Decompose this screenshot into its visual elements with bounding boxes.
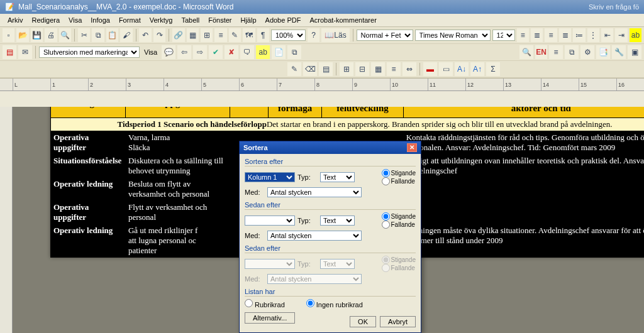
table-cell[interactable] xyxy=(403,201,644,224)
no-header-row-radio[interactable]: Ingen rubrikrad xyxy=(306,299,363,308)
header-row-radio[interactable]: Rubrikrad xyxy=(245,299,285,308)
sort-type-select[interactable]: Text xyxy=(320,172,355,182)
help-icon[interactable]: ? xyxy=(308,28,319,42)
save-icon[interactable]: 💾 xyxy=(31,28,43,42)
font-select[interactable]: Times New Roman xyxy=(415,30,491,41)
dialog-titlebar[interactable]: Sortera ✕ xyxy=(240,141,421,154)
menu-redigera[interactable]: Redigera xyxy=(28,15,64,25)
table-cell[interactable]: Ledningen måste öva dylika situationer. … xyxy=(403,224,644,258)
ask-question-box[interactable]: Skriv en fråga fö xyxy=(589,3,639,11)
cut-icon[interactable]: ✂ xyxy=(78,28,90,42)
list-icon[interactable]: ≡ xyxy=(549,45,563,59)
table-cell[interactable]: Operativ ledning xyxy=(51,224,126,258)
ruler-vertical[interactable] xyxy=(0,107,13,333)
desc-radio[interactable]: Fallande xyxy=(382,177,416,185)
menu-visa[interactable]: Visa xyxy=(65,15,86,25)
asc-radio[interactable]: Stigande xyxy=(382,169,416,177)
reject-icon[interactable]: ✘ xyxy=(225,45,238,59)
sort-asc-icon[interactable]: A↓ xyxy=(455,62,469,76)
drawing-icon[interactable]: ✎ xyxy=(229,28,241,42)
style-select[interactable]: Normal + Fet xyxy=(357,30,413,41)
drawtable-icon[interactable]: ✎ xyxy=(287,62,301,76)
bullet-list-icon[interactable]: ⋮ xyxy=(587,28,599,42)
table-cell[interactable]: Flytt av verksamhet och personal xyxy=(125,201,230,224)
sort-using-select[interactable]: Antal stycken xyxy=(267,187,362,197)
menu-adobe pdf[interactable]: Adobe PDF xyxy=(262,15,305,25)
zoom-select[interactable]: 100% xyxy=(271,30,306,41)
table-icon[interactable]: ▦ xyxy=(187,28,199,42)
excel-icon[interactable]: ⊞ xyxy=(201,28,213,42)
table-cell[interactable]: Operativa uppgifter xyxy=(51,201,126,224)
justify-icon[interactable]: ≣ xyxy=(559,28,571,42)
show-marks-icon[interactable]: ¶ xyxy=(257,28,269,42)
pdf-mail-icon[interactable]: ✉ xyxy=(18,45,32,59)
indent-icon[interactable]: ⇥ xyxy=(615,28,627,42)
autofit-icon[interactable]: ⇔ xyxy=(402,62,416,76)
table-cell[interactable]: Besluta om flytt av verksamhet och perso… xyxy=(125,178,230,201)
copy-icon[interactable]: ⧉ xyxy=(92,28,104,42)
desc-radio-2[interactable]: Fallande xyxy=(382,221,416,229)
then-type-select-1[interactable]: Text xyxy=(320,216,355,226)
search2-icon[interactable]: 🔍 xyxy=(519,45,533,59)
close-icon[interactable]: ✕ xyxy=(407,143,417,152)
table-cell[interactable]: Viktigt att utbildningen ovan innehåller… xyxy=(403,155,644,178)
then-column-select-1[interactable] xyxy=(245,216,295,226)
balloon-icon[interactable]: 💬 xyxy=(162,45,175,59)
highlight-icon[interactable]: ab xyxy=(630,28,641,42)
link-icon[interactable]: 🔗 xyxy=(172,28,184,42)
options-button[interactable]: Alternativ... xyxy=(245,312,295,324)
menu-acrobat-kommentarer[interactable]: Acrobat-kommentarer xyxy=(306,15,380,25)
menu-infoga[interactable]: Infoga xyxy=(87,15,114,25)
table-cell[interactable]: Varna, larmaSläcka xyxy=(125,131,230,155)
menu-tabell[interactable]: Tabell xyxy=(177,15,203,25)
sort-desc-icon[interactable]: A↑ xyxy=(470,62,484,76)
comment-icon[interactable]: 🗨 xyxy=(240,45,254,59)
read-button[interactable]: 📖 Läs xyxy=(321,28,349,42)
reviewing-icon[interactable]: 📄 xyxy=(272,45,286,59)
columns-icon[interactable]: ≡ xyxy=(214,28,226,42)
autosum-icon[interactable]: Σ xyxy=(486,62,500,76)
undo-icon[interactable]: ↶ xyxy=(139,28,151,42)
accept-icon[interactable]: ✔ xyxy=(209,45,223,59)
format-painter-icon[interactable]: 🖌 xyxy=(120,28,132,42)
numbered-list-icon[interactable]: ≔ xyxy=(573,28,585,42)
compare-icon[interactable]: ⧉ xyxy=(287,45,301,59)
cancel-button[interactable]: Avbryt xyxy=(380,316,416,327)
visa-label[interactable]: Visa xyxy=(142,48,160,56)
table-cell[interactable]: Operativa uppgifter xyxy=(51,131,126,155)
tool4-icon[interactable]: ▣ xyxy=(628,45,641,59)
align-left-icon[interactable]: ≡ xyxy=(517,28,529,42)
pdf-icon[interactable]: ▤ xyxy=(3,45,16,59)
table-cell[interactable]: Diskutera och ta ställning till behovet … xyxy=(125,155,230,178)
bordercolor-icon[interactable]: ▭ xyxy=(439,62,453,76)
tracking-select[interactable]: Slutversion med markeringar xyxy=(39,46,140,58)
insertrow-icon[interactable]: ▤ xyxy=(319,62,333,76)
eraser-icon[interactable]: ⌫ xyxy=(303,62,317,76)
sort-column-select[interactable]: Kolumn 1 xyxy=(245,172,295,182)
split-icon[interactable]: ⊟ xyxy=(355,62,369,76)
map-icon[interactable]: 🗺 xyxy=(243,28,255,42)
preview-icon[interactable]: 🔍 xyxy=(59,28,71,42)
table-cell[interactable]: Kontakta räddningstjänsten för råd och t… xyxy=(403,131,644,155)
menu-fönster[interactable]: Fönster xyxy=(204,15,235,25)
ok-button[interactable]: OK xyxy=(350,316,376,327)
tool2-icon[interactable]: 📑 xyxy=(596,45,610,59)
table-cell[interactable]: Gå ut med riktlinjer fatt lugna personal… xyxy=(125,224,230,258)
asc-radio-2[interactable]: Stigande xyxy=(382,212,416,221)
align-right-icon[interactable]: ≡ xyxy=(545,28,557,42)
open-icon[interactable]: 📂 xyxy=(16,28,28,42)
lang-button[interactable]: EN xyxy=(535,45,547,59)
next-change-icon[interactable]: ⇨ xyxy=(193,45,207,59)
distribute-icon[interactable]: ≡ xyxy=(387,62,401,76)
menu-verktyg[interactable]: Verktyg xyxy=(146,15,177,25)
table-cell[interactable]: Situationsförståelse xyxy=(51,155,126,178)
fillcolor-icon[interactable]: ▬ xyxy=(423,62,437,76)
then-using-select-1[interactable]: Antal stycken xyxy=(267,231,362,241)
tool1-icon[interactable]: ⚙ xyxy=(580,45,594,59)
outline-icon[interactable]: ⧉ xyxy=(565,45,579,59)
align-center-icon[interactable]: ≣ xyxy=(531,28,543,42)
menu-format[interactable]: Format xyxy=(115,15,145,25)
fontsize-select[interactable]: 12 xyxy=(492,30,515,41)
tool3-icon[interactable]: 🔧 xyxy=(612,45,626,59)
new-icon[interactable]: ▫ xyxy=(3,28,14,42)
